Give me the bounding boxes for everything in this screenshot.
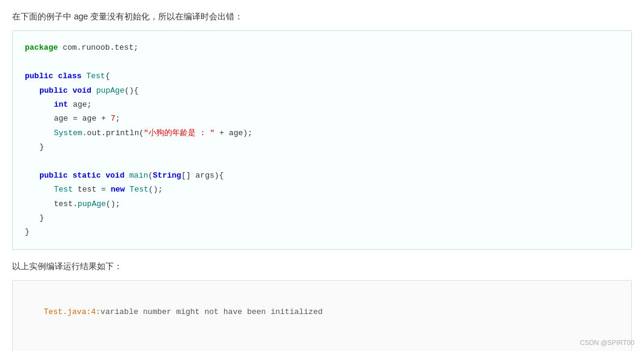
code-line-3: public class Test{ xyxy=(25,69,619,83)
code-line-blank2 xyxy=(25,155,619,169)
intro-text: 在下面的例子中 age 变量没有初始化，所以在编译时会出错： xyxy=(12,10,632,23)
code-line-14: } xyxy=(25,225,619,239)
code-line-5: int age; xyxy=(25,98,619,112)
code-line-13: } xyxy=(25,211,619,225)
code-line-6: age = age + 7; xyxy=(25,112,619,125)
code-line-10: public static void main(String[] args){ xyxy=(25,169,619,182)
code-line-1: package com.runoob.test; xyxy=(25,41,619,55)
result-label: 以上实例编译运行结果如下： xyxy=(12,259,632,273)
result-line-1: Test.java:4:variable number might not ha… xyxy=(25,290,619,333)
code-line-4: public void pupAge(){ xyxy=(25,84,619,98)
code-line-8: } xyxy=(25,140,619,154)
footer-credit: CSDN @SPIRT00 xyxy=(580,339,634,346)
result-line-2: age = age + 7; xyxy=(25,333,619,351)
code-line-blank1 xyxy=(25,55,619,69)
result-block: Test.java:4:variable number might not ha… xyxy=(12,280,632,351)
code-line-11: Test test = new Test(); xyxy=(25,182,619,196)
code-block: package com.runoob.test; public class Te… xyxy=(12,30,632,249)
code-line-7: System.out.println("小狗的年龄是 : " + age); xyxy=(25,126,619,140)
code-line-12: test.pupAge(); xyxy=(25,197,619,211)
